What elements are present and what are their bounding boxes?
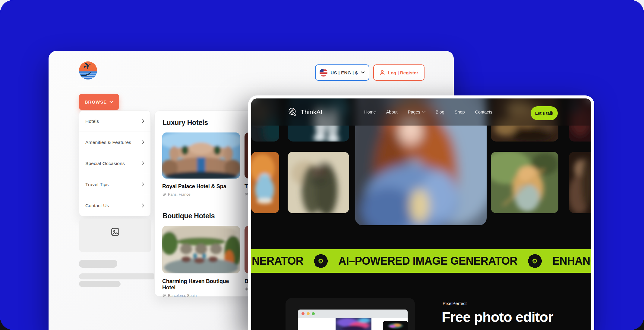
section-heading-luxury: Luxury Hotels bbox=[163, 119, 208, 127]
photo-editor-preview-card bbox=[286, 298, 415, 330]
login-register-label: Log | Register bbox=[388, 70, 418, 75]
location-pin-icon bbox=[162, 294, 166, 298]
browse-button[interactable]: BROWSE bbox=[79, 94, 119, 110]
product-thumbnail-image bbox=[383, 321, 408, 330]
thinkai-nav: Home About Pages Blog Shop Contacts bbox=[364, 110, 492, 114]
chevron-right-icon bbox=[142, 182, 144, 186]
location-pin-icon bbox=[162, 192, 166, 197]
browser-mockup bbox=[298, 310, 408, 330]
screenshot-stage: ✈ US | ENG | $ Log | Register BROWSE bbox=[0, 0, 644, 330]
hotel-location: Paris, France bbox=[168, 192, 190, 197]
browse-dropdown-menu: Hotels Amenities & Features Special Occa… bbox=[79, 111, 151, 216]
thinkai-header: ThinkAI Home About Pages Blog Shop Conta… bbox=[251, 98, 591, 126]
us-flag-icon bbox=[320, 69, 327, 76]
nav-home[interactable]: Home bbox=[364, 110, 376, 114]
menu-item-label: Travel Tips bbox=[85, 182, 109, 187]
chevron-right-icon bbox=[142, 161, 144, 165]
marquee-banner: NERATOR ⚙ AI–POWERED IMAGE GENERATOR ⚙ E… bbox=[251, 249, 591, 273]
hero-image-robot-chef bbox=[251, 152, 279, 213]
hotel-photo-royal-palace bbox=[162, 132, 240, 179]
browser-titlebar bbox=[298, 310, 408, 318]
chevron-right-icon bbox=[142, 119, 144, 123]
browse-label: BROWSE bbox=[85, 99, 107, 104]
image-placeholder-box bbox=[79, 219, 151, 252]
chevron-down-icon bbox=[109, 101, 113, 103]
thinkai-head-icon bbox=[287, 107, 298, 117]
thinkai-site-window: ThinkAI Home About Pages Blog Shop Conta… bbox=[248, 95, 594, 330]
skeleton-bar bbox=[79, 273, 156, 279]
chevron-down-icon bbox=[422, 111, 425, 113]
menu-item-label: Special Occasions bbox=[85, 161, 125, 166]
skeleton-bar bbox=[79, 260, 117, 268]
chevron-down-icon bbox=[361, 71, 365, 74]
locale-selector[interactable]: US | ENG | $ bbox=[315, 64, 369, 81]
nav-pages[interactable]: Pages bbox=[408, 110, 425, 114]
thinkai-brand-name: ThinkAI bbox=[301, 108, 323, 116]
window-close-dot bbox=[301, 312, 305, 315]
locale-label: US | ENG | $ bbox=[330, 70, 358, 75]
section-heading-boutique: Boutique Hotels bbox=[163, 212, 215, 220]
browser-content bbox=[298, 318, 408, 330]
chevron-right-icon bbox=[142, 204, 144, 207]
user-icon bbox=[380, 70, 385, 75]
hotel-location: Barcelona, Spain bbox=[168, 294, 197, 298]
hotel-name: Charming Haven Boutique Hotel bbox=[162, 278, 240, 291]
thinkai-logo[interactable]: ThinkAI bbox=[287, 107, 323, 117]
window-minimize-dot bbox=[307, 312, 310, 315]
hotel-name: Royal Palace Hotel & Spa bbox=[162, 183, 240, 190]
marquee-text: ENHANCED IMAGE G bbox=[552, 255, 591, 267]
hero-image-astronaut-couple bbox=[288, 152, 349, 213]
nav-shop[interactable]: Shop bbox=[455, 110, 465, 114]
gear-icon: ⚙ bbox=[315, 255, 327, 267]
chevron-right-icon bbox=[142, 140, 144, 144]
login-register-button[interactable]: Log | Register bbox=[373, 64, 425, 81]
menu-item-label: Hotels bbox=[85, 119, 99, 124]
editor-title: Free photo editor bbox=[442, 309, 553, 325]
skeleton-bar bbox=[79, 281, 121, 287]
header-divider bbox=[78, 87, 442, 87]
marquee-text: NERATOR bbox=[252, 255, 303, 267]
marquee-text: AI–POWERED IMAGE GENERATOR bbox=[338, 255, 517, 267]
window-maximize-dot bbox=[312, 312, 315, 315]
menu-item-hotels[interactable]: Hotels bbox=[79, 111, 150, 132]
menu-item-contact-us[interactable]: Contact Us bbox=[79, 195, 150, 216]
travel-logo: ✈ bbox=[79, 61, 97, 79]
nav-blog[interactable]: Blog bbox=[436, 110, 444, 114]
gear-icon: ⚙ bbox=[529, 255, 541, 267]
lets-talk-button[interactable]: Let's talk bbox=[531, 106, 558, 120]
hero-image-elder-man bbox=[569, 152, 591, 213]
hero-image-fishing-cat bbox=[491, 152, 558, 213]
image-placeholder-icon bbox=[111, 228, 119, 236]
menu-item-amenities[interactable]: Amenities & Features bbox=[79, 132, 150, 153]
menu-item-special-occasions[interactable]: Special Occasions bbox=[79, 153, 150, 174]
abstract-artwork-image bbox=[336, 318, 371, 330]
menu-item-label: Amenities & Features bbox=[85, 140, 131, 145]
menu-item-travel-tips[interactable]: Travel Tips bbox=[79, 174, 150, 195]
nav-contacts[interactable]: Contacts bbox=[475, 110, 492, 114]
hotel-photo-charming-haven bbox=[162, 226, 240, 273]
hotel-card-charming-haven[interactable]: Charming Haven Boutique Hotel Barcelona,… bbox=[162, 226, 240, 298]
editor-kicker: PixelPerfect bbox=[443, 301, 467, 306]
hotel-card-royal-palace[interactable]: Royal Palace Hotel & Spa Paris, France bbox=[162, 132, 240, 197]
nav-about[interactable]: About bbox=[386, 110, 398, 114]
menu-item-label: Contact Us bbox=[85, 203, 109, 208]
